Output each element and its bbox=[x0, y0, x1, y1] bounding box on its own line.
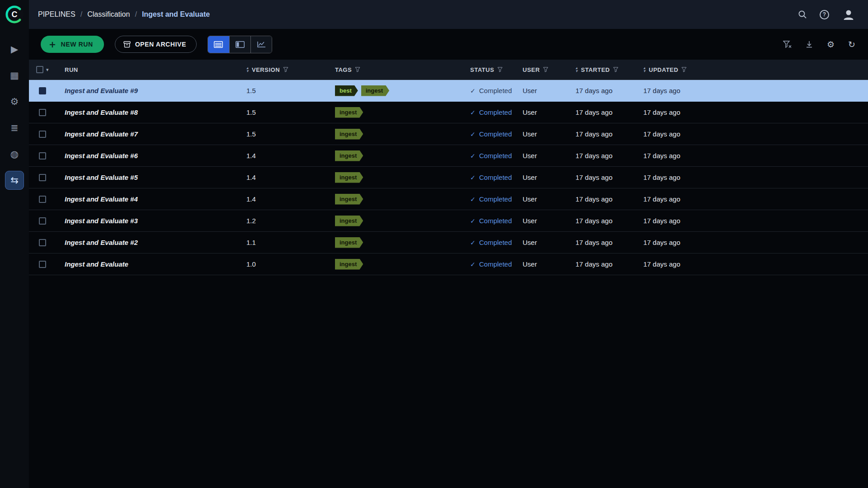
auto-refresh-icon[interactable]: ↻ bbox=[848, 39, 855, 49]
user-avatar[interactable] bbox=[842, 8, 855, 21]
download-icon[interactable] bbox=[805, 40, 813, 48]
table-view-button[interactable] bbox=[208, 36, 229, 53]
row-checkbox[interactable] bbox=[39, 174, 46, 181]
breadcrumb: PIPELINES / Classification / Ingest and … bbox=[38, 10, 210, 19]
run-status: ✓ Completed bbox=[470, 260, 523, 268]
sort-down-arrow: ▾ bbox=[246, 70, 249, 73]
breadcrumb-project[interactable]: Classification bbox=[87, 10, 130, 19]
tag-chip: ingest bbox=[335, 107, 363, 118]
column-header-started[interactable]: ▴▾ STARTED bbox=[576, 66, 643, 73]
tag-chip: ingest bbox=[335, 194, 363, 205]
datasets-icon: ▦ bbox=[10, 70, 19, 81]
table-row[interactable]: Ingest and Evaluate 1.0 ingest ✓ Complet… bbox=[29, 253, 868, 275]
column-header-tags[interactable]: TAGS bbox=[335, 66, 470, 73]
breadcrumb-separator: / bbox=[135, 10, 137, 19]
status-check-icon: ✓ bbox=[470, 261, 476, 268]
status-check-icon: ✓ bbox=[470, 217, 476, 225]
run-user: User bbox=[523, 130, 576, 138]
filter-icon[interactable] bbox=[283, 67, 288, 72]
status-text: Completed bbox=[479, 195, 512, 203]
column-header-run[interactable]: RUN bbox=[56, 66, 246, 73]
tag-chip: ingest bbox=[335, 150, 363, 161]
table-row[interactable]: Ingest and Evaluate #8 1.5 ingest ✓ Comp… bbox=[29, 102, 868, 123]
row-checkbox[interactable] bbox=[39, 131, 46, 138]
new-run-button[interactable]: + NEW RUN bbox=[41, 36, 104, 53]
run-cell: Ingest and Evaluate #5 bbox=[56, 174, 246, 182]
row-checkbox[interactable] bbox=[39, 239, 46, 246]
sidebar-item-projects[interactable]: ▶ bbox=[5, 40, 24, 59]
table-row[interactable]: Ingest and Evaluate #4 1.4 ingest ✓ Comp… bbox=[29, 188, 868, 210]
run-name-link[interactable]: Ingest and Evaluate bbox=[65, 260, 128, 268]
row-checkbox[interactable] bbox=[39, 196, 46, 203]
table-row[interactable]: Ingest and Evaluate #9 1.5 bestingest ✓ … bbox=[29, 80, 868, 102]
table-row[interactable]: Ingest and Evaluate #2 1.1 ingest ✓ Comp… bbox=[29, 232, 868, 253]
filter-icon[interactable] bbox=[681, 67, 687, 72]
run-tags: ingest bbox=[335, 150, 470, 161]
split-view-button[interactable] bbox=[229, 36, 250, 53]
run-name-link[interactable]: Ingest and Evaluate #9 bbox=[65, 87, 138, 94]
toolbar: + NEW RUN OPEN ARCHIVE bbox=[29, 29, 868, 60]
sidebar-item-workers[interactable]: ◍ bbox=[5, 145, 24, 164]
status-check-icon: ✓ bbox=[470, 109, 476, 116]
run-name-link[interactable]: Ingest and Evaluate #2 bbox=[65, 239, 138, 246]
person-icon bbox=[842, 8, 855, 21]
sidebar-item-pipelines[interactable]: ⇆ bbox=[5, 171, 24, 190]
help-glyph: ? bbox=[823, 11, 826, 18]
run-name-link[interactable]: Ingest and Evaluate #3 bbox=[65, 217, 138, 225]
top-header: PIPELINES / Classification / Ingest and … bbox=[29, 0, 868, 29]
run-status: ✓ Completed bbox=[470, 130, 523, 138]
run-started: 17 days ago bbox=[576, 152, 643, 160]
open-archive-button[interactable]: OPEN ARCHIVE bbox=[115, 36, 197, 53]
search-icon[interactable] bbox=[798, 10, 807, 19]
sort-icon[interactable]: ▴▾ bbox=[576, 66, 578, 73]
help-icon[interactable]: ? bbox=[820, 10, 829, 19]
open-archive-label: OPEN ARCHIVE bbox=[135, 41, 186, 48]
status-check-icon: ✓ bbox=[470, 131, 476, 138]
run-status: ✓ Completed bbox=[470, 195, 523, 203]
column-header-updated[interactable]: ▴▾ UPDATED bbox=[643, 66, 868, 73]
run-name-link[interactable]: Ingest and Evaluate #8 bbox=[65, 108, 138, 116]
sort-icon[interactable]: ▴▾ bbox=[643, 66, 646, 73]
settings-gear-icon[interactable]: ⚙ bbox=[827, 39, 835, 49]
run-name-link[interactable]: Ingest and Evaluate #5 bbox=[65, 174, 138, 181]
sort-icon[interactable]: ▴▾ bbox=[246, 66, 249, 73]
table-row[interactable]: Ingest and Evaluate #7 1.5 ingest ✓ Comp… bbox=[29, 123, 868, 145]
row-checkbox[interactable] bbox=[39, 109, 46, 116]
run-cell: Ingest and Evaluate #7 bbox=[56, 130, 246, 138]
clear-filters-icon[interactable] bbox=[783, 41, 792, 48]
filter-icon[interactable] bbox=[497, 67, 503, 72]
column-header-status[interactable]: STATUS bbox=[470, 66, 523, 73]
row-checkbox[interactable] bbox=[39, 261, 46, 268]
run-started: 17 days ago bbox=[576, 108, 643, 116]
run-version: 1.2 bbox=[246, 217, 335, 225]
row-checkbox[interactable] bbox=[39, 152, 46, 160]
run-user: User bbox=[523, 87, 576, 94]
row-select-cell bbox=[29, 152, 56, 160]
app-logo[interactable]: C bbox=[0, 0, 29, 29]
table-row[interactable]: Ingest and Evaluate #5 1.4 ingest ✓ Comp… bbox=[29, 167, 868, 188]
table-row[interactable]: Ingest and Evaluate #6 1.4 ingest ✓ Comp… bbox=[29, 145, 868, 167]
row-checkbox[interactable] bbox=[39, 217, 46, 225]
select-dropdown-caret[interactable]: ▾ bbox=[46, 67, 49, 73]
row-checkbox[interactable] bbox=[39, 87, 46, 94]
column-label: STATUS bbox=[470, 66, 494, 73]
run-name-link[interactable]: Ingest and Evaluate #4 bbox=[65, 195, 138, 203]
column-header-user[interactable]: USER bbox=[523, 66, 576, 73]
filter-icon[interactable] bbox=[355, 67, 360, 72]
run-name-link[interactable]: Ingest and Evaluate #6 bbox=[65, 152, 138, 160]
run-status: ✓ Completed bbox=[470, 174, 523, 181]
filter-icon[interactable] bbox=[613, 67, 618, 72]
run-status: ✓ Completed bbox=[470, 87, 523, 94]
main-content: + NEW RUN OPEN ARCHIVE bbox=[29, 29, 868, 488]
run-name-link[interactable]: Ingest and Evaluate #7 bbox=[65, 130, 138, 138]
sidebar-item-models[interactable]: ⚙ bbox=[5, 92, 24, 111]
sidebar-item-reports[interactable]: ≣ bbox=[5, 118, 24, 137]
plus-icon: + bbox=[49, 40, 57, 49]
column-header-version[interactable]: ▴▾ VERSION bbox=[246, 66, 335, 73]
select-all-checkbox[interactable] bbox=[36, 66, 43, 73]
sidebar-item-datasets[interactable]: ▦ bbox=[5, 66, 24, 85]
chart-view-button[interactable] bbox=[250, 36, 272, 53]
filter-icon[interactable] bbox=[543, 67, 548, 72]
table-row[interactable]: Ingest and Evaluate #3 1.2 ingest ✓ Comp… bbox=[29, 210, 868, 232]
breadcrumb-pipelines[interactable]: PIPELINES bbox=[38, 10, 75, 19]
